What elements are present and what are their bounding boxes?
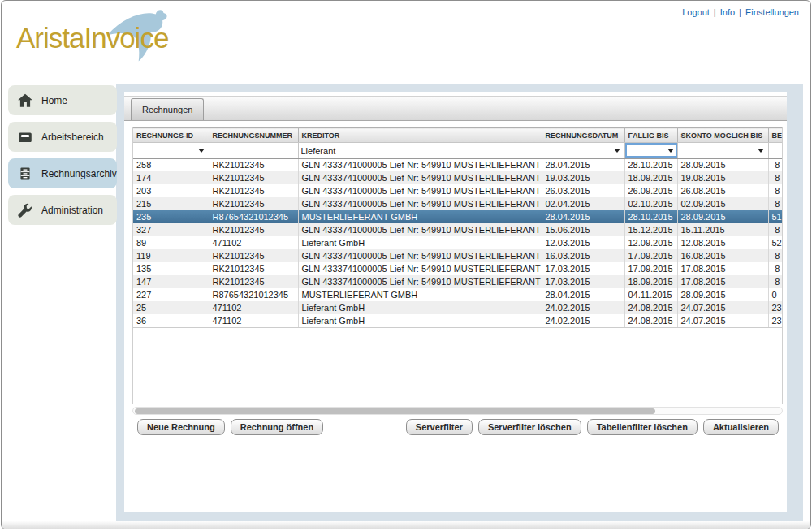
cell-id: 25: [133, 301, 209, 314]
filter-select-datum[interactable]: [543, 144, 624, 157]
nav-separator: |: [714, 7, 716, 17]
cell-betrag: 51: [768, 210, 782, 223]
column-header-id[interactable]: RECHNUNGS-ID: [133, 128, 209, 143]
filter-input-kreditor[interactable]: [299, 145, 542, 158]
table-row[interactable]: 174RK21012345GLN 4333741000005 Lief-Nr: …: [133, 171, 782, 184]
nav-link-info[interactable]: Info: [720, 7, 735, 17]
aktualisieren-button[interactable]: Aktualisieren: [703, 419, 779, 435]
sidebar-item-arbeitsbereich[interactable]: Arbeitsbereich: [8, 122, 117, 152]
tabellenfilter-l-schen-button[interactable]: Tabellenfilter löschen: [587, 419, 698, 435]
cell-betrag: -8: [768, 158, 782, 171]
filter-input-nummer[interactable]: [209, 145, 298, 158]
archive-cabinet-icon: [17, 166, 33, 182]
horizontal-scrollbar-thumb[interactable]: [135, 408, 655, 414]
cell-id: 36: [133, 314, 209, 327]
filter-select-id[interactable]: [134, 144, 208, 157]
table-row[interactable]: 25471102Lieferant GmbH24.02.201524.08.20…: [133, 301, 782, 314]
cell-betrag: -8: [768, 262, 782, 275]
column-header-betrag[interactable]: BE: [768, 128, 782, 143]
cell-betrag: -8: [768, 223, 782, 236]
horizontal-scrollbar-track[interactable]: [132, 407, 783, 415]
table-row[interactable]: 36471102Lieferant GmbH24.02.201524.08.20…: [133, 314, 782, 327]
cell-faellig: 15.12.2015: [624, 223, 677, 236]
column-header-faellig[interactable]: FÄLLIG BIS: [624, 128, 677, 143]
column-header-skonto[interactable]: SKONTO MÖGLICH BIS: [677, 128, 768, 143]
sidebar: HomeArbeitsbereichRechnungsarchivAdminis…: [8, 85, 117, 231]
table-row[interactable]: 147RK21012345GLN 4333741000005 Lief-Nr: …: [133, 275, 782, 288]
serverfilter-button[interactable]: Serverfilter: [406, 419, 473, 435]
cell-id: 119: [133, 249, 209, 262]
sidebar-item-rechnungsarchiv[interactable]: Rechnungsarchiv: [8, 158, 117, 188]
cell-nummer: RK21012345: [209, 171, 298, 184]
cell-datum: 16.03.2015: [542, 249, 624, 262]
cell-datum: 12.03.2015: [542, 236, 624, 249]
table-body: 258RK21012345GLN 4333741000005 Lief-Nr: …: [133, 158, 782, 327]
cell-kreditor: Lieferant GmbH: [298, 301, 542, 314]
invoice-table-wrap: RECHNUNGS-IDRECHNUNGSNUMMERKREDITORRECHN…: [132, 127, 783, 404]
cell-id: 135: [133, 262, 209, 275]
cell-datum: 24.02.2015: [542, 301, 624, 314]
cell-faellig: 26.09.2015: [624, 184, 677, 197]
filter-cell-kreditor: [298, 143, 542, 159]
cell-kreditor: GLN 4333741000005 Lief-Nr: 549910 MUSTER…: [298, 158, 542, 171]
cell-faellig: 04.11.2015: [624, 288, 677, 301]
table-row[interactable]: 235R87654321012345MUSTERLIEFERANT GMBH28…: [133, 210, 782, 223]
cell-id: 147: [133, 275, 209, 288]
button-group-right: ServerfilterServerfilter löschenTabellen…: [406, 419, 779, 435]
filter-cell-datum: [542, 143, 624, 159]
table-row[interactable]: 89471102Lieferant GmbH12.03.201512.09.20…: [133, 236, 782, 249]
table-row[interactable]: 227R87654321012345MUSTERLIEFERANT GMBH28…: [133, 288, 782, 301]
neue-rechnung-button[interactable]: Neue Rechnung: [137, 419, 225, 435]
sidebar-item-label: Administration: [41, 205, 103, 216]
cell-datum: 17.03.2015: [542, 275, 624, 288]
cell-faellig: 24.08.2015: [624, 301, 677, 314]
cell-id: 258: [133, 158, 209, 171]
cell-nummer: 471102: [209, 314, 298, 327]
cell-id: 89: [133, 236, 209, 249]
sidebar-item-home[interactable]: Home: [8, 85, 117, 115]
cell-betrag: 23: [768, 314, 782, 327]
table-head: RECHNUNGS-IDRECHNUNGSNUMMERKREDITORRECHN…: [133, 128, 782, 159]
cell-datum: 28.04.2015: [542, 158, 624, 171]
cell-datum: 24.02.2015: [542, 314, 624, 327]
filter-cell-skonto: [677, 143, 768, 159]
button-row: Neue RechnungRechnung öffnen Serverfilte…: [124, 419, 787, 435]
cell-skonto: 24.07.2015: [677, 301, 768, 314]
bottom-shade: [2, 521, 810, 529]
cell-kreditor: GLN 4333741000005 Lief-Nr: 549910 MUSTER…: [298, 171, 542, 184]
table-row[interactable]: 258RK21012345GLN 4333741000005 Lief-Nr: …: [133, 158, 782, 171]
column-header-nummer[interactable]: RECHNUNGSNUMMER: [209, 128, 298, 143]
table-row[interactable]: 135RK21012345GLN 4333741000005 Lief-Nr: …: [133, 262, 782, 275]
sidebar-item-administration[interactable]: Administration: [8, 195, 117, 225]
tab-strip: Rechnungen: [124, 96, 787, 121]
cell-nummer: RK21012345: [209, 249, 298, 262]
serverfilter-l-schen-button[interactable]: Serverfilter löschen: [478, 419, 581, 435]
cell-skonto: 28.09.2015: [677, 158, 768, 171]
filter-select-faellig[interactable]: [625, 143, 677, 158]
cell-datum: 28.04.2015: [542, 288, 624, 301]
nav-link-logout[interactable]: Logout: [682, 7, 710, 17]
cell-skonto: 19.08.2015: [677, 171, 768, 184]
cell-id: 203: [133, 184, 209, 197]
main-content: Rechnungen RECHNUNGS-IDRECHNUNGSNUMMERKR…: [124, 92, 787, 512]
table-row[interactable]: 203RK21012345GLN 4333741000005 Lief-Nr: …: [133, 184, 782, 197]
cell-kreditor: MUSTERLIEFERANT GMBH: [298, 288, 542, 301]
home-icon: [17, 93, 33, 109]
cell-skonto: 17.08.2015: [677, 275, 768, 288]
nav-separator: |: [739, 7, 741, 17]
table-row[interactable]: 215RK21012345GLN 4333741000005 Lief-Nr: …: [133, 197, 782, 210]
rechnung-ffnen-button[interactable]: Rechnung öffnen: [231, 419, 323, 435]
dropdown-arrow-icon: [758, 149, 764, 153]
table-row[interactable]: 119RK21012345GLN 4333741000005 Lief-Nr: …: [133, 249, 782, 262]
cell-faellig: 02.10.2015: [624, 197, 677, 210]
filter-select-skonto[interactable]: [679, 144, 767, 157]
column-header-datum[interactable]: RECHNUNGSDATUM: [542, 128, 624, 143]
sidebar-item-label: Home: [41, 95, 67, 106]
tab-rechnungen[interactable]: Rechnungen: [131, 98, 204, 120]
cell-skonto: 24.07.2015: [677, 314, 768, 327]
cell-nummer: RK21012345: [209, 223, 298, 236]
nav-link-einstellungen[interactable]: Einstellungen: [745, 7, 799, 17]
cell-skonto: 28.09.2015: [677, 210, 768, 223]
table-row[interactable]: 327RK21012345GLN 4333741000005 Lief-Nr: …: [133, 223, 782, 236]
column-header-kreditor[interactable]: KREDITOR: [298, 128, 542, 143]
